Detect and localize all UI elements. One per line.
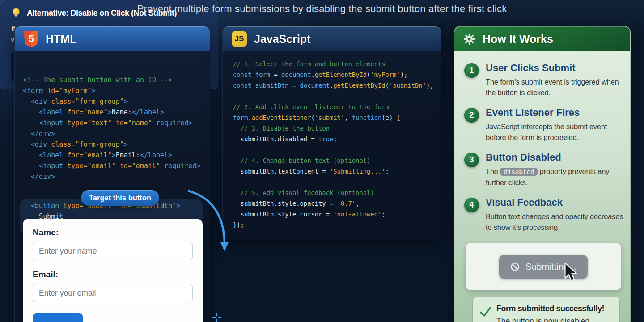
javascript-logo-icon: JS bbox=[232, 31, 247, 47]
step-2-description: JavaScript intercepts the submit event b… bbox=[486, 121, 624, 143]
step-3-number: 3 bbox=[464, 153, 479, 167]
step-1-description: The form's submit event is triggered whe… bbox=[486, 76, 624, 98]
steps-list: 1 User Clicks Submit The form's submit e… bbox=[454, 51, 630, 233]
step-4-number: 4 bbox=[464, 198, 479, 212]
step-1-title: User Clicks Submit bbox=[486, 62, 624, 74]
flow-arrow bbox=[180, 184, 238, 258]
step-4-title: Visual Feedback bbox=[486, 197, 624, 208]
checkmark-icon bbox=[479, 306, 491, 318]
step-4-description: Button text changes and opacity decrease… bbox=[486, 211, 624, 233]
html-panel-title: HTML bbox=[46, 33, 76, 46]
step-2-number: 2 bbox=[464, 108, 479, 123]
html-code-top: <!-- The submit button with an ID --><fo… bbox=[23, 75, 210, 182]
success-message-box: Form submitted successfully! The button … bbox=[472, 297, 620, 322]
step-3-title: Button Disabled bbox=[486, 152, 624, 163]
gear-icon bbox=[463, 33, 475, 45]
name-label: Name: bbox=[33, 228, 193, 237]
step-1: 1 User Clicks Submit The form's submit e… bbox=[464, 62, 624, 98]
page-title: Prevent multiple form submissions by dis… bbox=[0, 0, 644, 18]
html5-logo-text: 5 bbox=[28, 33, 34, 45]
form-preview-card: Name: Email: bbox=[23, 219, 203, 322]
javascript-logo-text: JS bbox=[235, 34, 244, 43]
mouse-cursor-icon bbox=[564, 263, 580, 284]
html-panel-header: 5 HTML bbox=[15, 26, 210, 51]
how-it-works-panel: How It Works 1 User Clicks Submit The fo… bbox=[454, 26, 631, 322]
name-input[interactable] bbox=[33, 242, 193, 260]
no-entry-icon bbox=[510, 262, 520, 271]
disabled-code-chip: disabled bbox=[500, 168, 538, 176]
email-label: Email: bbox=[33, 270, 193, 280]
javascript-code-block: // 1. Select the form and button element… bbox=[223, 51, 441, 230]
target-this-button-badge: Target this button bbox=[81, 190, 159, 206]
how-it-works-header: How It Works bbox=[454, 26, 630, 51]
form-submit-button[interactable] bbox=[33, 313, 83, 322]
click-spark-icon bbox=[212, 313, 222, 322]
html5-logo-icon: 5 bbox=[24, 31, 38, 47]
step-3: 3 Button Disabled The disabled property … bbox=[464, 152, 624, 188]
success-subtitle: The button is now disabled bbox=[496, 317, 604, 322]
step-3-description: The disabled property prevents any furth… bbox=[486, 166, 624, 188]
step-4: 4 Visual Feedback Button text changes an… bbox=[464, 197, 624, 233]
success-text: Form submitted successfully! The button … bbox=[496, 303, 604, 322]
how-it-works-title: How It Works bbox=[483, 33, 553, 46]
step-2: 2 Event Listener Fires JavaScript interc… bbox=[464, 107, 624, 143]
email-input[interactable] bbox=[33, 284, 193, 302]
demo-card: Submitting... bbox=[466, 243, 621, 290]
step-1-number: 1 bbox=[464, 63, 479, 78]
javascript-panel-header: JS JavaScript bbox=[223, 26, 441, 51]
javascript-panel-title: JavaScript bbox=[254, 33, 310, 46]
step-2-title: Event Listener Fires bbox=[486, 107, 624, 119]
step-3-desc-pre: The bbox=[486, 167, 500, 175]
javascript-panel: JS JavaScript // 1. Select the form and … bbox=[222, 26, 441, 240]
success-title: Form submitted successfully! bbox=[496, 304, 604, 314]
html-panel: 5 HTML <!-- The submit button with an ID… bbox=[14, 26, 210, 322]
